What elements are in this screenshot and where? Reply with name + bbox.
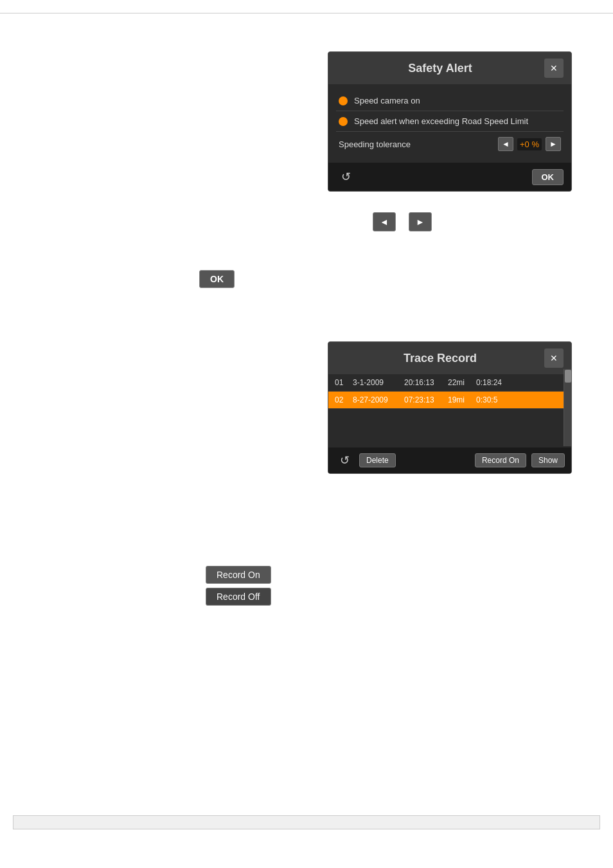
row1-date: 3-1-2009: [353, 378, 399, 387]
trace-empty-area: [328, 409, 571, 448]
speed-camera-option: Speed camera on: [336, 91, 564, 111]
trace-back-icon: ↺: [340, 453, 350, 467]
trace-record-header: Trace Record ✕: [328, 342, 571, 374]
standalone-ok-button[interactable]: OK: [199, 270, 235, 288]
row2-time: 07:23:13: [404, 395, 443, 404]
trace-scroll-thumb[interactable]: [565, 370, 571, 383]
trace-close-icon: ✕: [550, 353, 558, 363]
trace-record-title: Trace Record: [336, 352, 544, 365]
standalone-right-arrow-button[interactable]: ►: [409, 212, 432, 231]
row1-duration: 0:18:24: [476, 378, 507, 387]
row2-dist: 19mi: [448, 395, 471, 404]
tolerance-controls: ◄ +0 % ►: [498, 137, 561, 151]
page-container: Safety Alert ✕ Speed camera on Speed ale…: [0, 0, 613, 868]
record-on-button[interactable]: Record On: [206, 566, 271, 584]
top-divider: [0, 13, 613, 14]
tolerance-increase-button[interactable]: ►: [546, 137, 561, 151]
safety-alert-header: Safety Alert ✕: [328, 52, 571, 84]
trace-record-footer: ↺ Delete Record On Show: [328, 448, 571, 473]
tolerance-label: Speeding tolerance: [339, 140, 498, 149]
speed-camera-dot: [339, 96, 348, 105]
standalone-right-icon: ►: [416, 217, 425, 227]
trace-record-on-button[interactable]: Record On: [475, 453, 526, 467]
row1-num: 01: [335, 378, 348, 387]
tolerance-decrease-button[interactable]: ◄: [498, 137, 513, 151]
trace-record-panel: Trace Record ✕ 01 3-1-2009 20:16:13 22mi…: [328, 341, 572, 474]
standalone-arrows-container: ◄ ►: [373, 212, 432, 231]
standalone-left-arrow-button[interactable]: ◄: [373, 212, 396, 231]
record-off-button[interactable]: Record Off: [206, 588, 271, 606]
right-arrow-icon: ►: [549, 140, 557, 149]
table-row[interactable]: 01 3-1-2009 20:16:13 22mi 0:18:24: [328, 374, 571, 392]
safety-alert-footer: ↺ OK: [328, 163, 571, 191]
bottom-note: [13, 815, 600, 829]
row2-date: 8-27-2009: [353, 395, 399, 404]
speed-alert-dot: [339, 117, 348, 126]
trace-record-close-button[interactable]: ✕: [544, 348, 564, 368]
speed-camera-label: Speed camera on: [354, 96, 420, 105]
back-icon: ↺: [341, 170, 351, 184]
safety-alert-close-button[interactable]: ✕: [544, 59, 564, 78]
standalone-left-icon: ◄: [380, 217, 389, 227]
safety-alert-title: Safety Alert: [336, 62, 544, 75]
safety-alert-back-button[interactable]: ↺: [336, 168, 355, 186]
safety-alert-panel: Safety Alert ✕ Speed camera on Speed ale…: [328, 51, 572, 192]
speed-alert-option: Speed alert when exceeding Road Speed Li…: [336, 111, 564, 132]
left-arrow-icon: ◄: [502, 140, 510, 149]
row1-dist: 22mi: [448, 378, 471, 387]
tolerance-value: +0 %: [517, 138, 542, 150]
row2-num: 02: [335, 395, 348, 404]
trace-back-button[interactable]: ↺: [335, 451, 354, 469]
row2-duration: 0:30:5: [476, 395, 507, 404]
table-row[interactable]: 02 8-27-2009 07:23:13 19mi 0:30:5: [328, 392, 571, 409]
trace-scrollbar[interactable]: [564, 369, 571, 446]
trace-delete-button[interactable]: Delete: [359, 453, 396, 467]
close-icon: ✕: [550, 63, 558, 73]
safety-alert-ok-button[interactable]: OK: [532, 169, 564, 185]
record-buttons-container: Record On Record Off: [206, 566, 271, 606]
speed-alert-label: Speed alert when exceeding Road Speed Li…: [354, 116, 528, 126]
safety-alert-body: Speed camera on Speed alert when exceedi…: [328, 84, 571, 163]
row1-time: 20:16:13: [404, 378, 443, 387]
tolerance-row: Speeding tolerance ◄ +0 % ►: [336, 132, 564, 156]
trace-show-button[interactable]: Show: [531, 453, 565, 467]
